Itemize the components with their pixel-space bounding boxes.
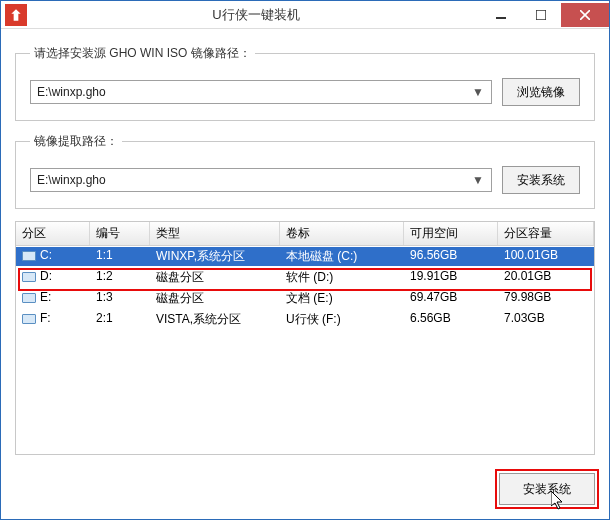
extract-group: 镜像提取路径： E:\winxp.gho ▼ 安装系统 [15, 133, 595, 209]
window-title: U行侠一键装机 [31, 6, 481, 24]
table-cell: 19.91GB [404, 268, 498, 287]
svg-rect-1 [536, 10, 546, 20]
chevron-down-icon: ▼ [471, 173, 485, 187]
table-cell: 磁盘分区 [150, 289, 280, 308]
table-row[interactable]: D:1:2磁盘分区软件 (D:)19.91GB20.01GB [16, 267, 594, 288]
col-size[interactable]: 分区容量 [498, 222, 594, 245]
table-cell: 6.56GB [404, 310, 498, 329]
body: 请选择安装源 GHO WIN ISO 镜像路径： E:\winxp.gho ▼ … [1, 29, 609, 519]
title-bar: U行侠一键装机 [1, 1, 609, 29]
source-path-combo[interactable]: E:\winxp.gho ▼ [30, 80, 492, 104]
partition-table: 分区 编号 类型 卷标 可用空间 分区容量 C:1:1WINXP,系统分区本地磁… [15, 221, 595, 455]
minimize-icon [496, 10, 506, 20]
extract-path-value: E:\winxp.gho [37, 173, 471, 187]
close-button[interactable] [561, 3, 609, 27]
table-cell: 文档 (E:) [280, 289, 404, 308]
table-body: C:1:1WINXP,系统分区本地磁盘 (C:)96.56GB100.01GBD… [16, 246, 594, 454]
table-header: 分区 编号 类型 卷标 可用空间 分区容量 [16, 222, 594, 246]
window-controls [481, 3, 609, 27]
browse-image-button[interactable]: 浏览镜像 [502, 78, 580, 106]
col-partition[interactable]: 分区 [16, 222, 90, 245]
table-cell: 69.47GB [404, 289, 498, 308]
col-label[interactable]: 卷标 [280, 222, 404, 245]
source-legend: 请选择安装源 GHO WIN ISO 镜像路径： [30, 45, 255, 62]
table-cell: 1:1 [90, 247, 150, 266]
source-group: 请选择安装源 GHO WIN ISO 镜像路径： E:\winxp.gho ▼ … [15, 45, 595, 121]
col-type[interactable]: 类型 [150, 222, 280, 245]
minimize-button[interactable] [481, 3, 521, 27]
table-row[interactable]: E:1:3磁盘分区文档 (E:)69.47GB79.98GB [16, 288, 594, 309]
table-cell: 2:1 [90, 310, 150, 329]
drive-icon [22, 314, 36, 324]
table-cell: VISTA,系统分区 [150, 310, 280, 329]
install-system-button[interactable]: 安装系统 [499, 473, 595, 505]
table-cell: 79.98GB [498, 289, 594, 308]
drive-icon [22, 272, 36, 282]
source-path-value: E:\winxp.gho [37, 85, 471, 99]
chevron-down-icon: ▼ [471, 85, 485, 99]
table-cell: 软件 (D:) [280, 268, 404, 287]
table-row[interactable]: F:2:1VISTA,系统分区U行侠 (F:)6.56GB7.03GB [16, 309, 594, 330]
maximize-button[interactable] [521, 3, 561, 27]
table-cell: U行侠 (F:) [280, 310, 404, 329]
table-cell: 100.01GB [498, 247, 594, 266]
app-window: U行侠一键装机 请选择安装源 GHO WIN ISO 镜像路径： E:\winx… [0, 0, 610, 520]
footer: 安装系统 [15, 467, 595, 505]
extract-legend: 镜像提取路径： [30, 133, 122, 150]
drive-icon [22, 251, 36, 261]
table-cell: 本地磁盘 (C:) [280, 247, 404, 266]
table-cell: E: [16, 289, 90, 308]
drive-icon [22, 293, 36, 303]
table-cell: F: [16, 310, 90, 329]
table-cell: WINXP,系统分区 [150, 247, 280, 266]
extract-path-combo[interactable]: E:\winxp.gho ▼ [30, 168, 492, 192]
table-cell: 1:3 [90, 289, 150, 308]
table-cell: D: [16, 268, 90, 287]
close-icon [580, 10, 590, 20]
table-cell: 20.01GB [498, 268, 594, 287]
svg-rect-0 [496, 17, 506, 19]
col-number[interactable]: 编号 [90, 222, 150, 245]
table-row[interactable]: C:1:1WINXP,系统分区本地磁盘 (C:)96.56GB100.01GB [16, 246, 594, 267]
table-cell: 7.03GB [498, 310, 594, 329]
table-cell: 1:2 [90, 268, 150, 287]
table-cell: 磁盘分区 [150, 268, 280, 287]
maximize-icon [536, 10, 546, 20]
app-icon [5, 4, 27, 26]
table-cell: 96.56GB [404, 247, 498, 266]
col-free[interactable]: 可用空间 [404, 222, 498, 245]
table-cell: C: [16, 247, 90, 266]
install-system-button-top[interactable]: 安装系统 [502, 166, 580, 194]
